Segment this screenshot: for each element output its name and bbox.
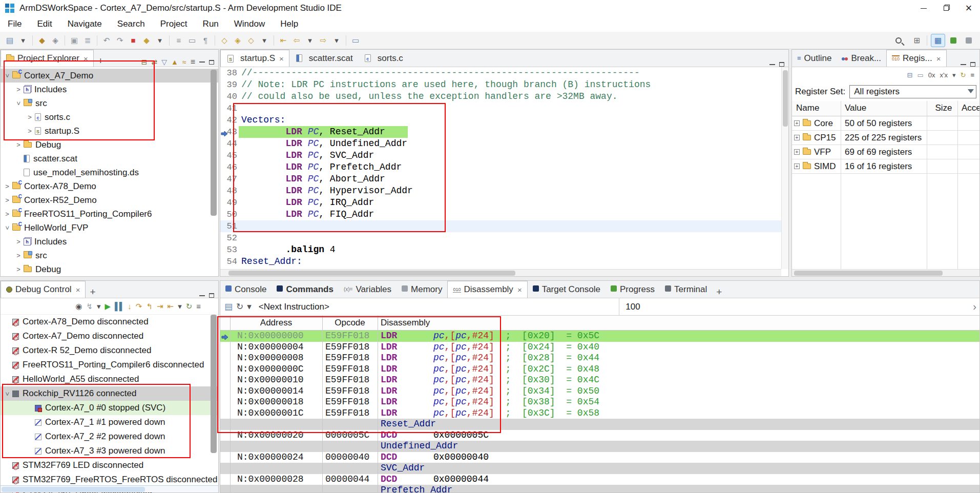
close-icon[interactable]: × (936, 54, 941, 63)
tab-registers[interactable]: 010Regis...× (886, 50, 946, 67)
editor-vertical-scrollbar[interactable] (781, 67, 788, 269)
last-edit-location-icon[interactable]: ⇤ (277, 34, 289, 47)
prev-annotation-icon[interactable]: ◇ (245, 34, 257, 47)
tab-console[interactable]: Console (220, 281, 272, 298)
debug-control-horizontal-scrollbar[interactable] (1, 485, 218, 492)
tree-item[interactable]: >Cortex_A7_Demo (1, 69, 218, 83)
tab-disassembly[interactable]: 010Disassembly× (447, 281, 527, 298)
close-icon[interactable]: × (84, 54, 88, 63)
history-icon[interactable]: ↻ (236, 301, 243, 312)
refresh-icon[interactable]: ↻ (186, 302, 193, 311)
debug-core-item[interactable]: Cortex-A7_3 #3 powered down (1, 444, 218, 458)
expand-icon[interactable]: > (15, 238, 22, 245)
tab-memory[interactable]: Memory (397, 281, 447, 298)
tab-variables[interactable]: (x)=Variables (339, 281, 397, 298)
target-config-icon[interactable]: ◈ (49, 34, 61, 47)
pin-editor-icon[interactable]: ▭ (349, 34, 362, 47)
column-header-address[interactable]: Address (230, 318, 322, 328)
export-icon[interactable]: ▤ (224, 301, 233, 312)
minimize-icon[interactable] (961, 64, 966, 65)
forward-icon[interactable]: ⇨ (317, 34, 329, 47)
debug-control-scrollbar[interactable] (211, 315, 217, 453)
pilcrow-icon[interactable]: ¶ (199, 34, 212, 47)
back-dropdown-icon[interactable]: ▾ (304, 34, 316, 47)
open-perspective-button[interactable]: ⊞ (910, 34, 924, 47)
connect-dropdown-icon[interactable]: ▾ (97, 302, 101, 311)
editor-horizontal-scrollbar[interactable] (220, 269, 781, 276)
tree-item[interactable]: >hIncludes (1, 235, 218, 249)
project-explorer-scrollbar[interactable] (211, 70, 217, 216)
tab-terminal[interactable]: Terminal (660, 281, 712, 298)
menu-window[interactable]: Window (226, 16, 273, 32)
disassembly-label-row[interactable]: Reset_Addr (220, 419, 979, 430)
maximize-icon[interactable] (209, 293, 214, 298)
next-annotation-icon[interactable]: ◈ (232, 34, 244, 47)
maximize-icon[interactable] (209, 60, 214, 65)
maximize-icon[interactable] (779, 62, 784, 67)
disassembly-row[interactable]: N:0x0000002400000040DCD0x00000040 (220, 452, 979, 463)
column-header-size[interactable]: Size (931, 103, 956, 113)
debug-connect-icon[interactable]: ◆ (36, 34, 48, 47)
sketch-icon[interactable]: ◆ (140, 34, 153, 47)
column-header-value[interactable]: Value (845, 103, 926, 113)
tree-item[interactable]: >hIncludes (1, 83, 218, 96)
expand-icon[interactable]: + (794, 135, 800, 140)
disassembly-label-row[interactable]: Prefetch_Addr (220, 485, 979, 492)
expand-icon[interactable]: > (4, 182, 11, 190)
disassembly-address-combo[interactable]: <Next Instruction> (256, 302, 619, 312)
tab-sorts-c[interactable]: csorts.c (358, 50, 408, 67)
collapse-all-icon[interactable]: ⊟ (907, 71, 913, 79)
tree-item[interactable]: >Debug (1, 262, 218, 276)
collapse-icon[interactable]: > (4, 390, 11, 397)
pause-icon[interactable]: ▌▌ (115, 302, 123, 311)
expand-icon[interactable]: + (794, 149, 800, 155)
register-group-row[interactable]: +CP15225 of 225 registers (792, 131, 979, 145)
disassembly-label-row[interactable]: Undefined_Addr (220, 441, 979, 452)
tab-debug-control[interactable]: Debug Control × (1, 281, 86, 298)
menu-run[interactable]: Run (195, 16, 226, 32)
new-dropdown-icon[interactable]: ▾ (17, 34, 29, 47)
new-wizard-icon[interactable]: ▤ (4, 34, 16, 47)
expand-icon[interactable]: > (15, 86, 22, 93)
disassembly-row[interactable]: N:0x0000001CE59FF018LDRpc,[pc,#24] ; [0x… (220, 408, 979, 419)
expand-icon[interactable]: > (15, 265, 22, 273)
disassembly-row[interactable]: N:0x0000000CE59FF018LDRpc,[pc,#24] ; [0x… (220, 364, 979, 375)
menu-edit[interactable]: Edit (29, 16, 59, 32)
tree-item[interactable]: >Debug (1, 138, 218, 152)
minimize-icon[interactable] (199, 61, 205, 63)
expand-icon[interactable]: > (15, 141, 22, 149)
forward-dropdown-icon[interactable]: ▾ (330, 34, 343, 47)
interrupt-icon[interactable]: ↯ (86, 302, 93, 311)
debug-perspective-button[interactable] (946, 34, 961, 47)
tab-project-explorer[interactable]: Project Explorer × (1, 50, 94, 67)
debug-targets-tree[interactable]: Cortex-A78_Demo disconnectedCortex-A7_De… (1, 315, 218, 493)
edit-register-icon[interactable]: ▭ (917, 71, 923, 79)
instruction-count-field[interactable]: 100 (619, 302, 973, 312)
undo-icon[interactable]: ↶ (100, 34, 113, 47)
new-annotation-icon[interactable]: ◇ (218, 34, 231, 47)
sketch-dropdown-icon[interactable]: ▾ (154, 34, 166, 47)
disassembly-row[interactable]: N:0x00000008E59FF018LDRpc,[pc,#24] ; [0x… (220, 353, 979, 364)
tab-scatter-scat[interactable]: scatter.scat (289, 50, 358, 67)
ds-perspective-button[interactable] (962, 34, 976, 47)
minimize-icon[interactable] (769, 64, 775, 65)
debug-target-item[interactable]: Cortex-A7_Demo disconnected (1, 329, 218, 343)
debug-target-item[interactable]: HelloWorld_A55 disconnected (1, 372, 218, 386)
expand-icon[interactable]: > (15, 252, 22, 259)
collapse-icon[interactable]: > (15, 100, 23, 107)
tab-outline[interactable]: ≡Outline (792, 50, 837, 67)
step-into-icon[interactable]: ↓ (128, 302, 132, 311)
disassembly-label-row[interactable]: SVC_Addr (220, 463, 979, 474)
register-set-combo[interactable]: All registers (849, 85, 976, 98)
step-dropdown-icon[interactable]: ▾ (178, 302, 182, 311)
column-header-disassembly[interactable]: Disassembly (381, 318, 688, 328)
step-instruction-icon[interactable]: ⇥ (157, 302, 163, 311)
save-all-icon[interactable]: ≣ (81, 34, 94, 47)
tree-item[interactable]: >csorts.c (1, 110, 218, 124)
expand-icon[interactable]: + (794, 163, 800, 169)
tree-item[interactable]: >HelloWorld_FVP (1, 221, 218, 235)
back-icon[interactable]: ⇦ (290, 34, 303, 47)
register-group-row[interactable]: +VFP69 of 69 registers (792, 145, 979, 159)
register-group-row[interactable]: +Core50 of 50 registers (792, 116, 979, 131)
disassembly-row[interactable]: N:0x00000014E59FF018LDRpc,[pc,#24] ; [0x… (220, 386, 979, 397)
